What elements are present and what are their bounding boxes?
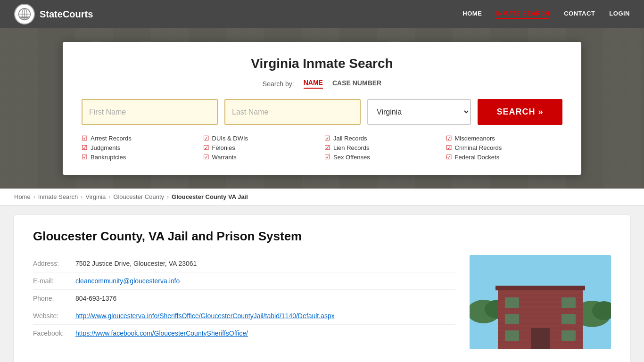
- checkbox-item: ☑Judgments: [82, 144, 198, 151]
- search-by-label: Search by:: [263, 80, 294, 88]
- logo-icon: [14, 4, 35, 25]
- breadcrumb-link[interactable]: Inmate Search: [38, 193, 78, 200]
- checkbox-grid: ☑Arrest Records☑DUIs & DWIs☑Jail Records…: [82, 134, 562, 161]
- info-link[interactable]: http://www.gloucesterva.info/SheriffsOff…: [75, 312, 335, 320]
- checkbox-item: ☑Sex Offenses: [324, 153, 441, 161]
- info-row: Phone:804-693-1376: [33, 290, 455, 307]
- info-label: Address:: [33, 260, 75, 267]
- logo-text: StateCourts: [40, 9, 93, 20]
- last-name-input[interactable]: [224, 99, 361, 125]
- check-icon: ☑: [82, 153, 88, 161]
- svg-rect-4: [21, 17, 28, 18]
- info-label: Website:: [33, 312, 75, 320]
- checkbox-label: Bankruptcies: [91, 154, 126, 161]
- content-card: Gloucester County, VA Jail and Prison Sy…: [14, 215, 630, 362]
- checkbox-label: Jail Records: [333, 135, 367, 142]
- checkbox-label: Criminal Records: [455, 144, 502, 151]
- svg-rect-29: [531, 328, 550, 349]
- svg-rect-27: [561, 314, 576, 324]
- breadcrumb-separator: ›: [81, 194, 83, 200]
- info-value: 804-693-1376: [75, 295, 116, 302]
- check-icon: ☑: [203, 144, 209, 151]
- hero-section: COURTHOUSE Virginia Inmate Search Search…: [0, 28, 644, 189]
- checkbox-item: ☑DUIs & DWIs: [203, 134, 320, 142]
- checkbox-item: ☑Federal Dockets: [446, 153, 563, 161]
- breadcrumb-separator: ›: [33, 194, 35, 200]
- svg-rect-23: [505, 297, 519, 308]
- info-row: Address:7502 Justice Drive, Gloucester, …: [33, 255, 455, 272]
- svg-rect-5: [20, 16, 29, 17]
- check-icon: ☑: [324, 144, 330, 151]
- check-icon: ☑: [82, 134, 88, 142]
- info-value: 7502 Justice Drive, Gloucester, VA 23061: [75, 260, 197, 267]
- checkbox-label: Felonies: [212, 144, 235, 151]
- search-by-row: Search by: NAME CASE NUMBER: [82, 79, 562, 89]
- content-info: Address:7502 Justice Drive, Gloucester, …: [33, 255, 455, 349]
- site-header: StateCourts HOME INMATE SEARCH CONTACT L…: [0, 0, 644, 28]
- nav-inmate-search[interactable]: INMATE SEARCH: [496, 10, 550, 19]
- checkbox-item: ☑Bankruptcies: [82, 153, 198, 161]
- check-icon: ☑: [324, 134, 330, 142]
- info-label: Phone:: [33, 295, 75, 302]
- breadcrumb-current: Gloucester County VA Jail: [172, 193, 248, 200]
- checkbox-label: Arrest Records: [91, 135, 132, 142]
- checkbox-item: ☑Felonies: [203, 144, 320, 151]
- nav-contact[interactable]: CONTACT: [564, 10, 595, 19]
- main-nav: HOME INMATE SEARCH CONTACT LOGIN: [462, 10, 630, 19]
- checkbox-label: Warrants: [212, 154, 237, 161]
- info-label: Facebook:: [33, 329, 75, 337]
- checkbox-item: ☑Arrest Records: [82, 134, 198, 142]
- nav-home[interactable]: HOME: [462, 10, 482, 19]
- svg-rect-28: [561, 330, 576, 341]
- svg-rect-26: [561, 297, 576, 308]
- checkbox-label: DUIs & DWIs: [212, 135, 248, 142]
- content-with-image: Address:7502 Justice Drive, Gloucester, …: [33, 255, 611, 349]
- nav-login[interactable]: LOGIN: [609, 10, 630, 19]
- checkbox-label: Federal Dockets: [455, 154, 500, 161]
- svg-rect-30: [495, 286, 585, 290]
- check-icon: ☑: [324, 153, 330, 161]
- check-icon: ☑: [446, 144, 452, 151]
- info-row: E-mail:cleancommunity@gloucesterva.info: [33, 272, 455, 290]
- check-icon: ☑: [82, 144, 88, 151]
- check-icon: ☑: [446, 134, 452, 142]
- checkbox-item: ☑Warrants: [203, 153, 320, 161]
- info-value[interactable]: http://www.gloucesterva.info/SheriffsOff…: [75, 312, 335, 320]
- breadcrumb-link[interactable]: Home: [14, 193, 31, 200]
- search-card: Virginia Inmate Search Search by: NAME C…: [63, 42, 581, 175]
- info-label: E-mail:: [33, 277, 75, 285]
- breadcrumb-link[interactable]: Virginia: [85, 193, 106, 200]
- breadcrumb-separator: ›: [167, 194, 169, 200]
- checkbox-label: Lien Records: [333, 144, 370, 151]
- checkbox-item: ☑Criminal Records: [446, 144, 563, 151]
- checkbox-label: Misdemeanors: [455, 135, 495, 142]
- page-title: Gloucester County, VA Jail and Prison Sy…: [33, 229, 611, 244]
- search-card-title: Virginia Inmate Search: [82, 56, 562, 71]
- checkbox-item: ☑Jail Records: [324, 134, 441, 142]
- checkbox-item: ☑Lien Records: [324, 144, 441, 151]
- building-image: [470, 255, 611, 349]
- checkbox-item: ☑Misdemeanors: [446, 134, 563, 142]
- tab-case-number[interactable]: CASE NUMBER: [332, 79, 381, 88]
- checkbox-label: Judgments: [91, 144, 121, 151]
- search-inputs-row: AlabamaAlaskaArizonaArkansasCaliforniaCo…: [82, 99, 562, 125]
- check-icon: ☑: [203, 134, 209, 142]
- check-icon: ☑: [203, 153, 209, 161]
- logo-link[interactable]: StateCourts: [14, 4, 93, 25]
- info-row: Facebook:https://www.facebook.com/Glouce…: [33, 325, 455, 342]
- svg-rect-25: [505, 330, 519, 341]
- tab-name[interactable]: NAME: [304, 79, 323, 89]
- breadcrumb: Home›Inmate Search›Virginia›Gloucester C…: [0, 189, 644, 206]
- info-row: Website:http://www.gloucesterva.info/She…: [33, 307, 455, 325]
- info-link[interactable]: cleancommunity@gloucesterva.info: [75, 277, 180, 285]
- info-value[interactable]: https://www.facebook.com/GloucesterCount…: [75, 329, 248, 337]
- first-name-input[interactable]: [82, 99, 218, 125]
- info-link[interactable]: https://www.facebook.com/GloucesterCount…: [75, 329, 248, 337]
- search-button[interactable]: SEARCH »: [478, 99, 562, 125]
- check-icon: ☑: [446, 153, 452, 161]
- svg-rect-24: [505, 314, 519, 324]
- breadcrumb-link[interactable]: Gloucester County: [113, 193, 164, 200]
- info-value[interactable]: cleancommunity@gloucesterva.info: [75, 277, 180, 285]
- state-select[interactable]: AlabamaAlaskaArizonaArkansasCaliforniaCo…: [367, 99, 471, 125]
- checkbox-label: Sex Offenses: [333, 154, 370, 161]
